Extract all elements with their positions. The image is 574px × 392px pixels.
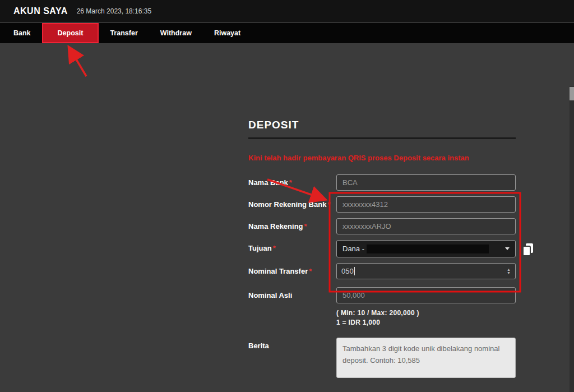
qris-notice: Kini telah hadir pembayaran QRIS proses … xyxy=(248,154,516,162)
row-nomor-rekening: Nomor Rekening Bank* xyxy=(248,196,516,213)
nomor-rekening-label: Nomor Rekening Bank* xyxy=(248,196,336,213)
nominal-transfer-label: Nominal Transfer* xyxy=(248,263,336,279)
required-asterisk: * xyxy=(304,222,307,230)
nama-rekening-input[interactable] xyxy=(336,218,516,234)
title-divider xyxy=(248,137,516,139)
min-max-hint-row: ( Min: 10 / Max: 200,000 ) xyxy=(248,309,516,317)
row-nominal-transfer: Nominal Transfer* 050 ▲▼ xyxy=(248,263,516,279)
row-nama-bank: Nama Bank* xyxy=(248,174,516,191)
content-area: DEPOSIT Kini telah hadir pembayaran QRIS… xyxy=(0,43,574,392)
nama-bank-input[interactable] xyxy=(336,174,516,191)
form-title: DEPOSIT xyxy=(248,119,516,131)
tujuan-selected-value: Dana - xyxy=(342,245,364,253)
row-tujuan: Tujuan* Dana - xyxy=(248,240,516,257)
nomor-rekening-input[interactable] xyxy=(336,196,516,213)
row-berita: Berita Tambahkan 3 digit kode unik dibel… xyxy=(248,338,516,380)
nominal-transfer-input[interactable]: 050 ▲▼ xyxy=(336,263,516,279)
required-asterisk: * xyxy=(327,200,330,209)
nav-item-withdraw[interactable]: Withdraw xyxy=(149,23,203,43)
berita-textarea[interactable]: Tambahkan 3 digit kode unik dibelakang n… xyxy=(336,338,516,378)
copy-icon[interactable] xyxy=(521,242,535,260)
scrollbar-thumb[interactable] xyxy=(570,87,574,100)
nama-bank-label: Nama Bank* xyxy=(248,174,336,191)
page-title: AKUN SAYA xyxy=(13,6,68,16)
nav-item-transfer[interactable]: Transfer xyxy=(99,23,149,43)
nomor-rekening-label-text: Nomor Rekening Bank xyxy=(248,200,326,209)
scrollbar-track[interactable] xyxy=(570,86,574,392)
tujuan-select[interactable]: Dana - xyxy=(336,240,516,257)
nav-item-riwayat[interactable]: Riwayat xyxy=(203,23,252,43)
tujuan-label: Tujuan* xyxy=(248,240,336,257)
nominal-transfer-value: 050 xyxy=(341,267,354,275)
berita-label: Berita xyxy=(248,338,336,350)
required-asterisk: * xyxy=(273,244,276,252)
nav-item-deposit[interactable]: Deposit xyxy=(42,23,99,43)
nama-bank-label-text: Nama Bank xyxy=(248,178,288,187)
deposit-form: DEPOSIT Kini telah hadir pembayaran QRIS… xyxy=(248,119,516,392)
nominal-asli-label-text: Nominal Asli xyxy=(248,291,292,299)
required-asterisk: * xyxy=(309,267,312,275)
redaction-bar xyxy=(367,245,489,253)
nominal-asli-label: Nominal Asli xyxy=(248,287,336,303)
number-stepper-icon[interactable]: ▲▼ xyxy=(507,268,511,275)
text-cursor xyxy=(354,267,355,275)
row-nominal-asli: Nominal Asli xyxy=(248,287,516,303)
nav-item-bank[interactable]: Bank xyxy=(2,23,42,43)
berita-label-text: Berita xyxy=(248,342,269,350)
nominal-asli-input[interactable] xyxy=(336,287,516,303)
nominal-transfer-label-text: Nominal Transfer xyxy=(248,267,308,275)
required-asterisk: * xyxy=(289,178,292,187)
row-nama-rekening: Nama Rekening* xyxy=(248,218,516,234)
rate-hint-row: 1 = IDR 1,000 xyxy=(248,319,516,326)
nama-rekening-label-text: Nama Rekening xyxy=(248,222,303,230)
chevron-down-icon xyxy=(505,247,510,250)
tujuan-label-text: Tujuan xyxy=(248,244,272,252)
main-nav: Bank Deposit Transfer Withdraw Riwayat xyxy=(0,23,574,43)
timestamp: 26 March 2023, 18:16:35 xyxy=(77,7,151,15)
top-bar: AKUN SAYA 26 March 2023, 18:16:35 xyxy=(0,0,574,22)
nama-rekening-label: Nama Rekening* xyxy=(248,218,336,234)
rate-hint: 1 = IDR 1,000 xyxy=(336,319,380,326)
min-max-hint: ( Min: 10 / Max: 200,000 ) xyxy=(336,309,419,317)
